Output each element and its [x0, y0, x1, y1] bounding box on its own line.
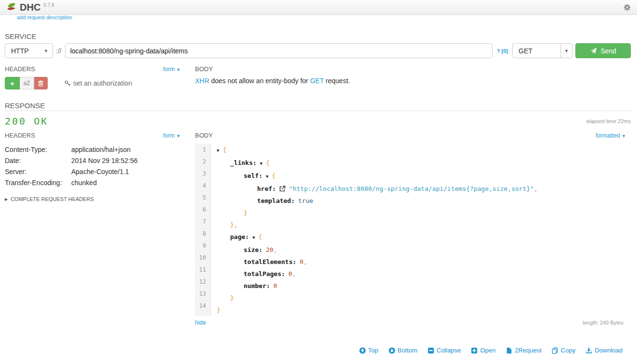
app-title: DHC: [20, 2, 40, 13]
download-icon: [585, 347, 592, 354]
message-text: does not allow an entity-body for: [209, 77, 310, 85]
trash-icon: [38, 80, 44, 87]
request-panel: HEADERS form ▼ + aZ set an authorization…: [5, 65, 631, 89]
json-viewer: 1234567891011121314 ▼{_links:▼{self:▼{hr…: [195, 144, 631, 316]
key-icon: [65, 80, 71, 87]
json-token-brace: {: [272, 172, 276, 179]
response-divider: [5, 111, 631, 111]
line-number: 8: [195, 228, 206, 240]
response-body-title: BODY: [195, 132, 213, 139]
json-line: page:▼{: [211, 231, 631, 244]
response-headers-table: Content-Type:application/hal+jsonDate:20…: [5, 144, 185, 188]
json-body: ▼{_links:▼{self:▼{href:"http://localhost…: [211, 144, 631, 316]
collapse-toggle-icon[interactable]: ▼: [217, 148, 219, 153]
json-line: ▼{: [211, 144, 631, 157]
json-line: }: [211, 207, 631, 219]
add-header-button[interactable]: +: [5, 77, 20, 89]
json-token-key: totalPages:: [244, 270, 285, 277]
response-headers-form-toggle[interactable]: form ▼: [163, 132, 181, 139]
circle-down-icon: [389, 347, 395, 354]
response-header-row: Transfer-Encoding:chunked: [5, 177, 185, 188]
get-method-link[interactable]: GET: [310, 77, 324, 85]
complete-request-headers-toggle[interactable]: ▶ COMPLETE REQUEST HEADERS: [5, 196, 185, 202]
json-token-key: self:: [244, 172, 262, 179]
json-token-brace: }: [244, 209, 247, 216]
open-button[interactable]: Open: [471, 347, 495, 354]
to-request-button[interactable]: 2Request: [506, 347, 542, 354]
service-bar: HTTP ▼ :// ? [0] GET ▼ Send: [5, 43, 631, 58]
header-value: chunked: [71, 179, 97, 187]
header-value: application/hal+json: [71, 146, 130, 153]
json-token-punc: ,: [273, 246, 277, 253]
json-token-key: size:: [244, 246, 262, 253]
tool-label: Collapse: [437, 347, 461, 354]
external-link-icon[interactable]: [279, 185, 286, 192]
response-subheader-row: HEADERS form ▼ BODY formatted ▼: [5, 132, 631, 139]
line-number: 6: [195, 204, 206, 216]
request-headers-form-toggle[interactable]: form ▼: [163, 66, 181, 73]
json-line: },: [211, 219, 631, 231]
collapse-toggle-icon[interactable]: ▼: [260, 161, 262, 166]
json-token-punc: ,: [534, 185, 538, 192]
json-line: href:"http://localhost:8080/ng-spring-da…: [211, 183, 631, 195]
formatted-label: formatted: [596, 132, 620, 139]
scheme-select[interactable]: HTTP ▼: [5, 43, 53, 58]
settings-gear-icon[interactable]: [624, 4, 631, 11]
json-token-brace: {: [222, 146, 226, 153]
header-name: Server:: [5, 168, 71, 176]
json-token-punc: ,: [292, 270, 296, 277]
sort-headers-button[interactable]: aZ: [20, 77, 34, 89]
json-token-brace: }: [217, 306, 221, 314]
line-number: 10: [195, 252, 206, 264]
message-suffix: request.: [324, 77, 350, 85]
collapse-toggle-icon[interactable]: ▼: [266, 174, 268, 179]
header-name: Transfer-Encoding:: [5, 179, 71, 187]
method-dropdown-button[interactable]: ▼: [560, 44, 572, 58]
request-body-title: BODY: [195, 65, 213, 73]
chevron-down-icon: ▼: [44, 49, 48, 53]
json-line: number:0: [211, 280, 631, 292]
json-token-brace: {: [266, 159, 270, 166]
response-toolbar: TopBottomCollapseOpen2RequestCopyDownloa…: [359, 347, 623, 354]
collapse-button[interactable]: Collapse: [428, 347, 461, 354]
json-line: }: [211, 304, 631, 316]
send-plane-icon: [590, 47, 597, 54]
add-request-description-link[interactable]: add request description: [17, 14, 72, 20]
bottom-button[interactable]: Bottom: [389, 347, 417, 354]
request-headers-title: HEADERS: [5, 65, 35, 73]
send-button[interactable]: Send: [575, 43, 631, 58]
download-button[interactable]: Download: [585, 347, 623, 354]
collapse-toggle-icon[interactable]: ▼: [252, 235, 255, 240]
header-name: Content-Type:: [5, 146, 71, 153]
response-header-row: Date:2014 Nov 29 18:52:56: [5, 155, 185, 166]
copy-button[interactable]: Copy: [552, 347, 575, 354]
top-button[interactable]: Top: [359, 347, 378, 354]
json-token-brace: }: [230, 294, 234, 301]
line-number: 13: [195, 288, 206, 300]
json-token-bool: true: [298, 197, 313, 204]
line-number: 9: [195, 240, 206, 252]
delete-headers-button[interactable]: [34, 77, 48, 89]
json-token-num: 0: [273, 282, 277, 289]
line-number: 1: [195, 144, 206, 156]
app-brand: DHC 0.7.8: [6, 2, 54, 13]
response-headers-title: HEADERS: [5, 132, 35, 139]
tool-label: Copy: [561, 347, 575, 354]
json-token-str: "http://localhost:8080/ng-spring-data/ap…: [289, 185, 534, 192]
send-label: Send: [600, 47, 616, 55]
line-number: 7: [195, 216, 206, 228]
header-value: 2014 Nov 29 18:52:56: [71, 157, 138, 164]
hide-body-link[interactable]: hide: [195, 319, 206, 326]
json-line: templated:true: [211, 195, 631, 207]
set-authorization-link[interactable]: set an authorization: [65, 79, 132, 87]
formatted-toggle[interactable]: formatted ▼: [596, 132, 626, 139]
scheme-value: HTTP: [11, 47, 29, 55]
url-input[interactable]: [65, 43, 493, 58]
method-select[interactable]: GET: [513, 44, 560, 58]
query-params-link[interactable]: ? [0]: [497, 48, 508, 54]
line-number: 12: [195, 276, 206, 288]
line-number: 3: [195, 168, 206, 180]
json-token-punc: ,: [303, 258, 307, 265]
xhr-link[interactable]: XHR: [195, 77, 209, 85]
form-toggle-label: form: [163, 66, 175, 73]
